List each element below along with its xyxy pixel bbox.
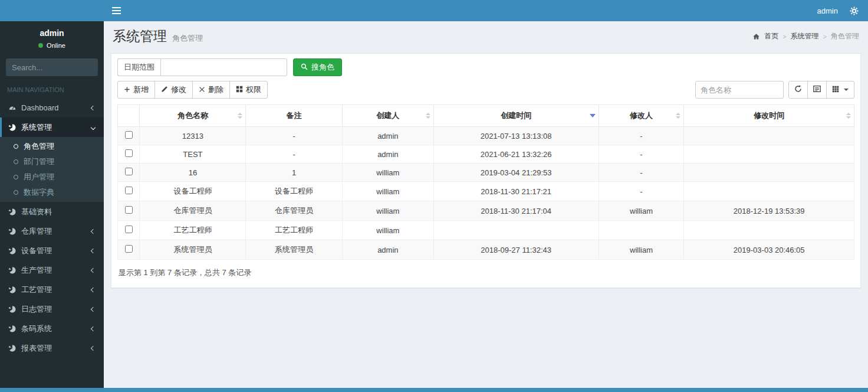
column-header[interactable]: 创建时间 [433,105,599,127]
table-cell: 2018-11-30 21:17:21 [433,182,599,201]
dashboard-icon [8,104,21,112]
table-cell: 2019-03-04 21:29:53 [433,164,599,182]
table-cell: - [599,164,684,182]
roles-table: 角色名称备注创建人创建时间修改人修改时间 12313-admin2021-07-… [117,104,854,260]
row-checkbox[interactable] [125,206,133,214]
sidebar-item-8[interactable]: 条码系统 [0,319,104,338]
search-role-button[interactable]: 搜角色 [293,58,342,76]
table-cell: admin [342,240,433,260]
row-checkbox[interactable] [125,168,133,175]
table-cell: - [599,182,684,201]
sidebar-item-6[interactable]: 工艺管理 [0,280,104,299]
toggle-view-button[interactable] [807,81,827,99]
column-header-label: 修改人 [630,111,653,120]
breadcrumb-item[interactable]: 系统管理 [791,31,819,41]
logo[interactable] [0,0,104,21]
content-box: 日期范围 搜角色 新增 [111,53,861,288]
sidebar: admin Online MAIN NAVIGATION Dashboard系统… [0,21,104,392]
column-header[interactable]: 角色名称 [140,105,246,127]
add-button[interactable]: 新增 [117,81,155,99]
row-checkbox[interactable] [125,149,133,157]
table-cell: 系统管理员 [246,240,343,260]
sidebar-subitem-label: 用户管理 [24,172,54,182]
row-checkbox[interactable] [125,131,133,139]
edit-button[interactable]: 修改 [154,81,193,99]
sort-icon [846,113,851,119]
table-cell: - [599,127,684,145]
table-row: 161william2019-03-04 21:29:53- [118,164,854,182]
row-checkbox-cell [118,221,140,240]
pagination-summary: 显示第 1 到第 7 条记录，总共 7 条记录 [119,267,853,278]
sidebar-subitem-1[interactable]: 部门管理 [0,154,104,169]
row-checkbox-cell [118,127,140,145]
table-cell: william [599,201,684,221]
main-content: 系统管理 角色管理 首页>系统管理>角色管理 日期范围 搜角色 [104,0,868,392]
table-cell: 工艺工程师 [140,221,246,240]
breadcrumb-item[interactable]: 首页 [764,31,778,41]
column-header[interactable]: 创建人 [342,105,433,127]
sidebar-item-0[interactable]: Dashboard [0,98,104,117]
row-checkbox-cell [118,182,140,201]
permission-button[interactable]: 权限 [229,81,268,99]
table-cell: 系统管理员 [140,240,246,260]
columns-dropdown-button[interactable] [826,81,854,99]
chevron-left-icon [91,105,96,110]
sidebar-item-4[interactable]: 设备管理 [0,241,104,260]
nav-section-label: MAIN NAVIGATION [0,79,104,98]
pie-chart-icon [8,247,21,254]
sidebar-item-9[interactable]: 报表管理 [0,338,104,358]
pie-chart-icon [8,286,21,293]
search-icon [301,63,308,72]
sidebar-item-1[interactable]: 系统管理 [0,117,104,137]
sidebar-username: admin [6,28,98,38]
table-cell: 16 [140,164,246,182]
table-cell: 2018-09-27 11:32:43 [433,240,599,260]
role-name-filter-input[interactable] [695,81,784,99]
home-icon [752,33,760,40]
pie-chart-icon [8,123,21,131]
table-row: 设备工程师设备工程师william2018-11-30 21:17:21- [118,182,854,201]
submenu: 角色管理部门管理用户管理数据字典 [0,137,104,202]
plus-icon [124,86,130,94]
sidebar-item-2[interactable]: 基础资料 [0,202,104,221]
table-row: TEST-admin2021-06-21 13:32:26- [118,145,854,164]
column-header[interactable]: 修改人 [599,105,684,127]
bottom-scrollbar[interactable] [0,388,868,392]
table-row: 工艺工程师工艺工程师william [118,221,854,240]
sidebar-search-input[interactable] [6,58,98,76]
bars-icon [112,7,121,8]
row-checkbox[interactable] [125,187,133,194]
sidebar-item-7[interactable]: 日志管理 [0,299,104,319]
table-cell: 工艺工程师 [246,221,343,240]
sidebar-item-3[interactable]: 仓库管理 [0,221,104,241]
date-range-input[interactable] [160,58,287,76]
sidebar-subitem-label: 数据字典 [24,187,54,198]
delete-button[interactable]: 删除 [192,81,230,99]
breadcrumb: 首页>系统管理>角色管理 [752,31,859,41]
sidebar-subitem-3[interactable]: 数据字典 [0,185,104,200]
username-menu[interactable]: admin [817,6,838,15]
table-cell [684,221,854,240]
sidebar-item-label: Dashboard [21,103,91,112]
select-all-header [118,105,140,127]
sidebar-item-5[interactable]: 生产管理 [0,260,104,280]
sidebar-subitem-0[interactable]: 角色管理 [0,139,104,154]
online-dot-icon [38,43,43,48]
user-panel: admin Online [0,21,104,53]
row-checkbox[interactable] [125,226,133,233]
table-cell: admin [342,145,433,164]
refresh-button[interactable] [788,81,808,99]
list-icon [813,85,821,94]
table-cell: 设备工程师 [140,182,246,201]
sidebar-subitem-2[interactable]: 用户管理 [0,169,104,185]
column-header[interactable]: 修改时间 [684,105,854,127]
sidebar-toggle-button[interactable] [104,0,129,21]
table-cell: william [599,240,684,260]
sort-icon [238,113,242,119]
row-checkbox-cell [118,164,140,182]
row-checkbox-cell [118,145,140,164]
cogs-icon[interactable] [850,6,859,15]
row-checkbox[interactable] [125,245,133,253]
table-cell [684,145,854,164]
chevron-left-icon [91,248,96,253]
